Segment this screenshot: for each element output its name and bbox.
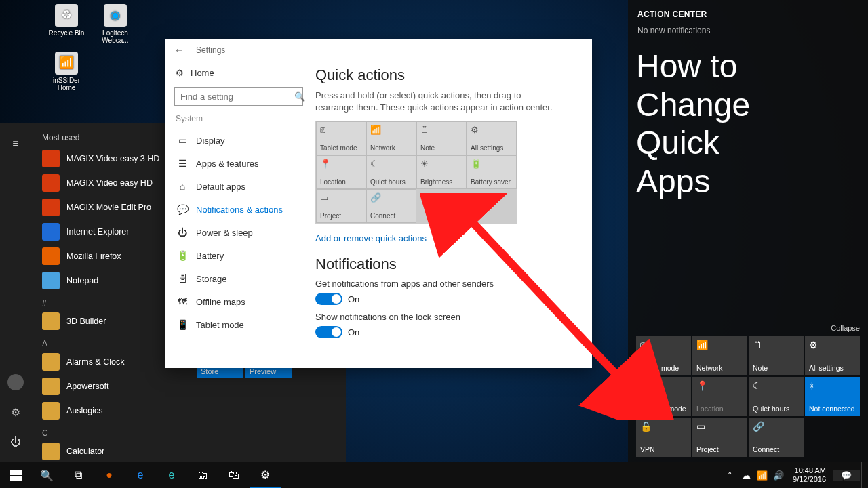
add-remove-link[interactable]: Add or remove quick actions <box>315 233 427 243</box>
quick-action-icon: ⚙ <box>471 125 513 135</box>
settings-nav-item[interactable]: 💬Notifications & actions <box>174 198 303 221</box>
action-center-tile[interactable]: 📶Network <box>692 336 747 375</box>
app-icon <box>42 247 60 265</box>
settings-nav-item[interactable]: 📱Tablet mode <box>174 313 303 336</box>
action-center-tile[interactable]: 🗒Note <box>749 336 804 375</box>
settings-titlebar: ← Settings <box>165 39 592 61</box>
quick-action-tile[interactable]: 🔗Connect <box>366 189 416 223</box>
toggle-notifications-lockscreen[interactable] <box>315 326 342 338</box>
tile-label: Store <box>201 367 239 375</box>
settings-nav-item[interactable]: 🗺Offline maps <box>174 290 303 313</box>
taskbar-clock[interactable]: 10:48 AM 9/12/2016 <box>787 466 831 483</box>
nav-icon: 🗄 <box>177 273 188 284</box>
settings-button[interactable]: ⚙ <box>0 397 31 427</box>
nav-label: Power & sleep <box>196 228 253 238</box>
settings-search[interactable]: 🔍 <box>174 87 303 106</box>
settings-nav-item[interactable]: 🗄Storage <box>174 267 303 290</box>
quick-actions-grid: ⎚Tablet mode📶Network🗒Note⚙All settings📍L… <box>315 121 517 224</box>
edge-icon: e <box>169 469 175 481</box>
taskbar-search[interactable]: 🔍 <box>31 462 62 488</box>
back-icon[interactable]: ← <box>174 45 184 56</box>
taskbar-app-store[interactable]: 🛍 <box>218 462 250 488</box>
quick-action-tile[interactable]: 📍Location <box>316 155 366 189</box>
nav-icon: 💬 <box>177 204 188 215</box>
tray-chevron-icon[interactable]: ˄ <box>722 470 737 481</box>
action-center-tile[interactable]: ⚙All settings <box>805 336 860 375</box>
action-center-tile[interactable]: ᚼNot connected <box>805 377 860 416</box>
nav-icon: ☰ <box>177 158 188 169</box>
quick-action-tile[interactable]: ▭Project <box>316 189 366 223</box>
app-icon <box>42 312 60 330</box>
tray-volume-icon[interactable]: 🔊 <box>771 470 786 481</box>
action-center-tile[interactable]: 📍Location <box>692 377 747 416</box>
taskbar-app-ie[interactable]: e <box>125 462 156 488</box>
hamburger-button[interactable]: ≡ <box>0 129 31 159</box>
settings-nav-item[interactable]: ▭Display <box>174 129 303 152</box>
settings-nav-item[interactable]: ⏻Power & sleep <box>174 221 303 244</box>
overlay-line: How to <box>636 47 860 86</box>
action-center-tile[interactable]: 🔒VPN <box>636 418 691 457</box>
settings-nav-item[interactable]: ☰Apps & features <box>174 152 303 175</box>
tray-onedrive-icon[interactable]: ☁ <box>738 470 753 481</box>
nav-label: Notifications & actions <box>196 205 283 215</box>
desktop-icon-logitech[interactable]: ◉ Logitech Webca... <box>96 4 134 44</box>
quick-action-label: Network <box>370 144 412 152</box>
quick-action-tile[interactable]: ☾Quiet hours <box>366 155 416 189</box>
action-center-tile[interactable]: ▭Project <box>692 418 747 457</box>
taskbar-app-firefox[interactable]: ● <box>94 462 125 488</box>
app-label: Apowersoft <box>66 382 109 391</box>
action-tile-label: Location <box>696 405 743 413</box>
nav-label: Storage <box>196 274 227 284</box>
start-button[interactable] <box>0 462 31 488</box>
power-button[interactable]: ⏻ <box>0 427 31 457</box>
desktop-icon-recycle[interactable]: ♻ Recycle Bin <box>47 4 85 44</box>
user-avatar[interactable] <box>0 367 31 397</box>
action-center-tile[interactable]: ☾Quiet hours <box>749 377 804 416</box>
start-app-item[interactable]: Apowersoft <box>31 374 191 399</box>
taskbar-app-edge[interactable]: e <box>156 462 187 488</box>
toggle-notifications-apps[interactable] <box>315 293 342 305</box>
start-app-item[interactable]: Calculator <box>31 439 191 462</box>
action-tile-icon: 🔒 <box>640 421 687 432</box>
taskbar: 🔍 ⧉ ● e e 🗂 🛍 ⚙ ˄ ☁ 📶 🔊 10:48 AM 9/12/20… <box>0 462 868 488</box>
taskbar-app-settings[interactable]: ⚙ <box>250 462 281 488</box>
tutorial-overlay-text: How toChangeQuickApps <box>636 46 860 324</box>
quick-action-icon: 🗒 <box>420 125 462 135</box>
notifications-button[interactable]: 💬 <box>833 470 860 481</box>
webcam-icon: ◉ <box>104 4 127 27</box>
taskbar-app-explorer[interactable]: 🗂 <box>187 462 218 488</box>
settings-nav-item[interactable]: 🔋Battery <box>174 244 303 267</box>
desktop-icon-label: Logitech Webca... <box>102 29 128 44</box>
tray-network-icon[interactable]: 📶 <box>755 470 770 481</box>
quick-action-tile[interactable]: 🗒Note <box>416 121 467 155</box>
start-app-item[interactable]: Auslogics <box>31 399 191 423</box>
nav-section-header: System <box>174 110 303 129</box>
start-rail: ≡ ⚙ ⏻ <box>0 123 31 462</box>
quick-action-icon: 🔗 <box>370 192 412 203</box>
settings-nav-item[interactable]: ⌂Default apps <box>174 175 303 198</box>
quick-action-tile[interactable]: ⚙All settings <box>467 121 517 155</box>
action-tile-icon: ✈ <box>640 380 687 391</box>
nav-home[interactable]: ⚙ Home <box>174 64 303 82</box>
app-icon <box>42 174 60 192</box>
action-tile-label: Note <box>753 364 800 372</box>
action-center-tile[interactable]: ✈Airplane mode <box>636 377 691 416</box>
action-center-title: ACTION CENTER <box>637 9 859 19</box>
nav-label: Default apps <box>196 182 245 192</box>
task-view-button[interactable]: ⧉ <box>62 462 94 488</box>
show-desktop-button[interactable] <box>861 462 865 488</box>
alpha-header[interactable]: C <box>31 423 191 439</box>
collapse-link[interactable]: Collapse <box>636 324 860 332</box>
quick-action-tile[interactable]: ☀Brightness <box>416 155 467 189</box>
quick-action-tile[interactable]: 📶Network <box>366 121 416 155</box>
action-center-tile[interactable]: 🔗Connect <box>749 418 804 457</box>
desktop-icon-inssider[interactable]: 📶 inSSIDer Home <box>47 52 85 92</box>
search-input[interactable] <box>180 92 294 102</box>
toggle-label: Get notifications from apps and other se… <box>315 279 577 289</box>
quick-action-tile[interactable]: 🔋Battery saver <box>467 155 517 189</box>
ie-icon: e <box>138 469 144 481</box>
quick-action-tile[interactable]: ⎚Tablet mode <box>316 121 366 155</box>
quick-action-label: Brightness <box>420 178 462 186</box>
action-tile-icon: 📶 <box>696 340 743 350</box>
action-center-tile[interactable]: ⎚Tablet mode <box>636 336 691 375</box>
